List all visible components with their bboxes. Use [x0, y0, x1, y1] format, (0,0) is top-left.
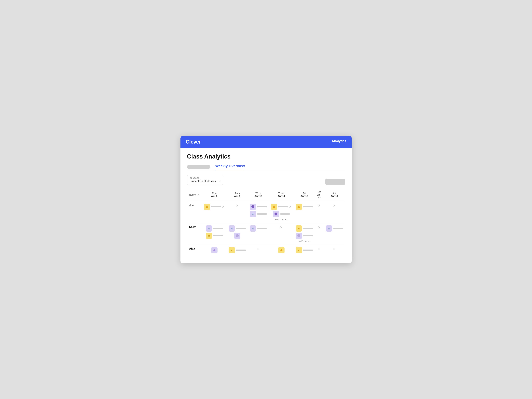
- student-name-joe: Joe: [187, 201, 202, 223]
- col-fri: Fri Apr 12: [294, 188, 315, 201]
- star-gold-icon: ★: [296, 247, 302, 253]
- tab-weekly-overview[interactable]: Weekly Overview: [215, 164, 245, 170]
- weds-date: Apr 10: [250, 194, 267, 197]
- circle-purple-icon: [251, 205, 254, 208]
- mon-label: Mon: [204, 192, 225, 194]
- alex-thurs: [269, 245, 294, 257]
- sat-label: Sat: [317, 191, 322, 193]
- star-gold-icon: ★: [296, 225, 302, 232]
- thurs-label: Thurs: [271, 192, 292, 194]
- tab-pill-placeholder: [187, 165, 210, 169]
- activity-bar: [303, 228, 313, 229]
- col-weds: Weds Apr 10: [248, 188, 269, 201]
- activity-bar: [333, 228, 343, 229]
- chevron-down-icon: ▾: [219, 180, 221, 182]
- activity-bar: [213, 235, 223, 236]
- col-tues: Tues Apr 9: [227, 188, 248, 201]
- x-icon: ✕: [289, 205, 292, 209]
- joe-tues: ✕: [227, 201, 248, 223]
- x-icon: ✕: [333, 247, 336, 251]
- x-icon: ✕: [257, 247, 260, 251]
- joe-thurs: ✕ and 3 more...: [269, 201, 294, 223]
- sort-icon[interactable]: ▲▼: [196, 194, 200, 196]
- x-icon: ✕: [318, 247, 321, 251]
- x-icon: ✕: [236, 204, 239, 208]
- circle-purple-icon: [274, 212, 278, 215]
- joe-mon: ✕: [202, 201, 227, 223]
- nav-analytics[interactable]: Analytics: [332, 139, 346, 144]
- sally-fri: ★ and 1 more...: [294, 223, 315, 245]
- x-icon: ✕: [318, 225, 321, 229]
- triangle-up-light-icon: [213, 249, 216, 251]
- sally-tues: ★: [227, 223, 248, 245]
- circle-light-icon: [296, 233, 302, 239]
- table-row: Sally ★ ★: [187, 223, 345, 245]
- student-name-sally: Sally: [187, 223, 202, 245]
- alex-sun: ✕: [324, 245, 345, 257]
- alex-weds: ✕: [248, 245, 269, 257]
- triangle-light-icon: [211, 247, 217, 253]
- sally-sat: ✕: [315, 223, 324, 245]
- joe-weds: ★: [248, 201, 269, 223]
- alex-mon: [202, 245, 227, 257]
- table-header-row: Name ▲▼ Mon Apr 8 Tues Apr 9: [187, 188, 345, 201]
- x-icon: ✕: [333, 204, 336, 208]
- joe-fri: [294, 201, 315, 223]
- star-light-icon: ★: [229, 225, 235, 232]
- tab-bar: Weekly Overview: [187, 164, 345, 170]
- student-name-alex: Alex: [187, 245, 202, 257]
- star-icon: ★: [252, 227, 254, 230]
- sun-label: Sun: [326, 192, 343, 194]
- star-gold-icon: ★: [206, 233, 212, 239]
- star-gold-icon: ★: [298, 227, 300, 230]
- triangle-up-icon: [205, 206, 209, 208]
- activity-bar: [236, 228, 246, 229]
- name-label: Name: [189, 193, 196, 196]
- header: Clever Analytics: [180, 136, 352, 148]
- star-gold-icon: ★: [208, 234, 210, 237]
- fri-label: Fri: [296, 192, 313, 194]
- col-mon: Mon Apr 8: [202, 188, 227, 201]
- circle-light-icon: [236, 234, 239, 237]
- star-gold-icon: ★: [229, 247, 235, 253]
- col-name[interactable]: Name ▲▼: [187, 188, 202, 201]
- star-icon: ★: [252, 212, 254, 216]
- table-row: Alex ★: [187, 245, 345, 257]
- logo: Clever: [186, 139, 201, 145]
- analytics-table: Name ▲▼ Mon Apr 8 Tues Apr 9: [187, 188, 345, 257]
- circle-light-icon: [297, 234, 300, 237]
- star-icon: ★: [230, 227, 233, 230]
- star-light-icon: ★: [326, 225, 332, 232]
- app-window: Clever Analytics Class Analytics Weekly …: [180, 136, 352, 263]
- triangle-up-icon: [280, 249, 283, 251]
- x-icon: ✕: [280, 225, 283, 229]
- sally-sun: ★: [324, 223, 345, 245]
- sally-weds: ★: [248, 223, 269, 245]
- activity-bar: [257, 206, 267, 207]
- classes-label: CLASSES: [190, 177, 221, 179]
- classes-value-row: Students in all classes ▾: [190, 180, 221, 183]
- star-icon: ★: [328, 227, 330, 230]
- triangle-yellow-icon: [278, 247, 285, 253]
- activity-bar: [211, 206, 221, 207]
- classes-dropdown[interactable]: CLASSES Students in all classes ▾: [187, 175, 223, 185]
- x-icon: ✕: [318, 204, 321, 208]
- mon-date: Apr 8: [204, 194, 225, 197]
- activity-bar: [303, 206, 313, 207]
- weds-label: Weds: [250, 192, 267, 194]
- activity-bar: [303, 235, 313, 236]
- triangle-icon: [204, 204, 210, 210]
- joe-sun: ✕: [324, 201, 345, 223]
- fri-date: Apr 12: [296, 194, 313, 197]
- sally-thurs: ✕: [269, 223, 294, 245]
- alex-sat: ✕: [315, 245, 324, 257]
- export-button[interactable]: [325, 179, 345, 185]
- activity-bar: [257, 228, 267, 229]
- circle-icon: [273, 211, 279, 217]
- main-content: Class Analytics Weekly Overview CLASSES …: [180, 148, 352, 263]
- star-light-icon: ★: [250, 225, 256, 232]
- activity-bar: [303, 249, 313, 251]
- sun-date: Apr 14: [326, 194, 343, 197]
- page-title: Class Analytics: [187, 153, 345, 160]
- and-more-joe: and 3 more...: [271, 218, 292, 221]
